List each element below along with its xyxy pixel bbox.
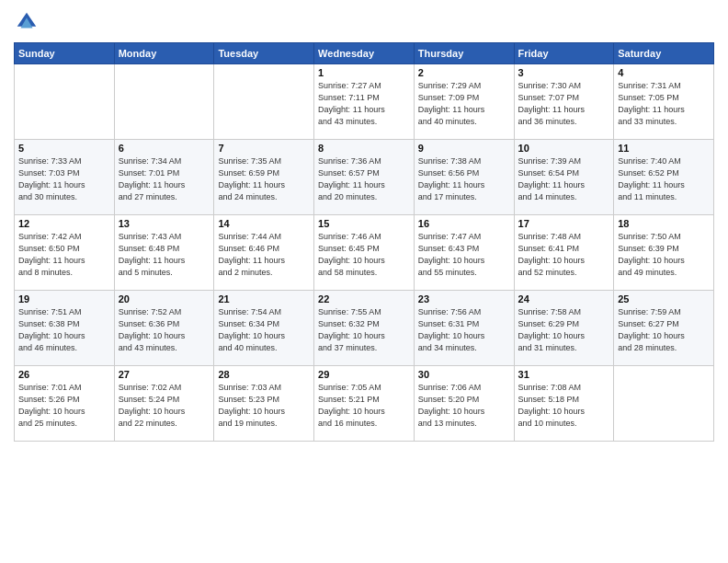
day-number: 30: [418, 369, 510, 380]
calendar-cell: 4Sunrise: 7:31 AM Sunset: 7:05 PM Daylig…: [614, 64, 714, 140]
calendar-cell: 13Sunrise: 7:43 AM Sunset: 6:48 PM Dayli…: [114, 215, 214, 291]
day-info: Sunrise: 7:01 AM Sunset: 5:26 PM Dayligh…: [18, 382, 110, 430]
day-number: 18: [618, 218, 710, 229]
calendar-cell: 8Sunrise: 7:36 AM Sunset: 6:57 PM Daylig…: [314, 140, 415, 215]
calendar-cell: 31Sunrise: 7:08 AM Sunset: 5:18 PM Dayli…: [514, 366, 614, 442]
calendar-cell: 12Sunrise: 7:42 AM Sunset: 6:50 PM Dayli…: [15, 215, 115, 291]
day-info: Sunrise: 7:31 AM Sunset: 7:05 PM Dayligh…: [618, 80, 710, 128]
weekday-header-sunday: Sunday: [15, 43, 115, 64]
calendar-cell: 26Sunrise: 7:01 AM Sunset: 5:26 PM Dayli…: [15, 366, 115, 442]
calendar-cell: 10Sunrise: 7:39 AM Sunset: 6:54 PM Dayli…: [514, 140, 614, 215]
weekday-header-saturday: Saturday: [614, 43, 714, 64]
day-info: Sunrise: 7:46 AM Sunset: 6:45 PM Dayligh…: [318, 231, 410, 279]
day-info: Sunrise: 7:38 AM Sunset: 6:56 PM Dayligh…: [418, 155, 510, 203]
day-number: 28: [218, 369, 310, 380]
calendar-cell: 25Sunrise: 7:59 AM Sunset: 6:27 PM Dayli…: [614, 291, 714, 366]
page-container: SundayMondayTuesdayWednesdayThursdayFrid…: [0, 0, 728, 446]
day-number: 21: [218, 293, 310, 304]
day-number: 4: [618, 67, 710, 78]
calendar-cell: 18Sunrise: 7:50 AM Sunset: 6:39 PM Dayli…: [614, 215, 714, 291]
calendar-cell: 30Sunrise: 7:06 AM Sunset: 5:20 PM Dayli…: [414, 366, 514, 442]
day-number: 11: [618, 143, 710, 154]
calendar-cell: [15, 64, 115, 140]
day-info: Sunrise: 7:39 AM Sunset: 6:54 PM Dayligh…: [518, 155, 610, 203]
day-info: Sunrise: 7:02 AM Sunset: 5:24 PM Dayligh…: [119, 382, 210, 430]
week-row-4: 19Sunrise: 7:51 AM Sunset: 6:38 PM Dayli…: [15, 291, 714, 366]
weekday-header-row: SundayMondayTuesdayWednesdayThursdayFrid…: [15, 43, 714, 64]
day-info: Sunrise: 7:29 AM Sunset: 7:09 PM Dayligh…: [418, 80, 510, 128]
day-info: Sunrise: 7:59 AM Sunset: 6:27 PM Dayligh…: [618, 306, 710, 354]
calendar-cell: [614, 366, 714, 442]
calendar-cell: 24Sunrise: 7:58 AM Sunset: 6:29 PM Dayli…: [514, 291, 614, 366]
day-number: 27: [119, 369, 210, 380]
calendar-cell: 22Sunrise: 7:55 AM Sunset: 6:32 PM Dayli…: [314, 291, 415, 366]
day-number: 8: [318, 143, 410, 154]
calendar-cell: 6Sunrise: 7:34 AM Sunset: 7:01 PM Daylig…: [114, 140, 214, 215]
day-info: Sunrise: 7:54 AM Sunset: 6:34 PM Dayligh…: [218, 306, 310, 354]
day-number: 22: [318, 293, 410, 304]
calendar-cell: 23Sunrise: 7:56 AM Sunset: 6:31 PM Dayli…: [414, 291, 514, 366]
day-number: 31: [518, 369, 610, 380]
day-number: 2: [418, 67, 510, 78]
day-info: Sunrise: 7:43 AM Sunset: 6:48 PM Dayligh…: [119, 231, 210, 279]
calendar-cell: 16Sunrise: 7:47 AM Sunset: 6:43 PM Dayli…: [414, 215, 514, 291]
calendar-cell: 28Sunrise: 7:03 AM Sunset: 5:23 PM Dayli…: [214, 366, 314, 442]
day-number: 13: [119, 218, 210, 229]
day-number: 12: [18, 218, 110, 229]
calendar-cell: [214, 64, 314, 140]
day-number: 23: [418, 293, 510, 304]
logo-icon: [14, 9, 40, 35]
day-number: 26: [18, 369, 110, 380]
week-row-3: 12Sunrise: 7:42 AM Sunset: 6:50 PM Dayli…: [15, 215, 714, 291]
day-info: Sunrise: 7:08 AM Sunset: 5:18 PM Dayligh…: [518, 382, 610, 430]
day-info: Sunrise: 7:03 AM Sunset: 5:23 PM Dayligh…: [218, 382, 310, 430]
weekday-header-thursday: Thursday: [414, 43, 514, 64]
day-number: 14: [218, 218, 310, 229]
day-number: 25: [618, 293, 710, 304]
day-info: Sunrise: 7:36 AM Sunset: 6:57 PM Dayligh…: [318, 155, 410, 203]
day-number: 16: [418, 218, 510, 229]
day-number: 19: [18, 293, 110, 304]
calendar-cell: 20Sunrise: 7:52 AM Sunset: 6:36 PM Dayli…: [114, 291, 214, 366]
calendar-cell: 17Sunrise: 7:48 AM Sunset: 6:41 PM Dayli…: [514, 215, 614, 291]
day-info: Sunrise: 7:50 AM Sunset: 6:39 PM Dayligh…: [618, 231, 710, 279]
day-number: 15: [318, 218, 410, 229]
week-row-1: 1Sunrise: 7:27 AM Sunset: 7:11 PM Daylig…: [15, 64, 714, 140]
day-info: Sunrise: 7:47 AM Sunset: 6:43 PM Dayligh…: [418, 231, 510, 279]
day-info: Sunrise: 7:06 AM Sunset: 5:20 PM Dayligh…: [418, 382, 510, 430]
day-info: Sunrise: 7:42 AM Sunset: 6:50 PM Dayligh…: [18, 231, 110, 279]
weekday-header-friday: Friday: [514, 43, 614, 64]
day-info: Sunrise: 7:51 AM Sunset: 6:38 PM Dayligh…: [18, 306, 110, 354]
calendar-cell: 19Sunrise: 7:51 AM Sunset: 6:38 PM Dayli…: [15, 291, 115, 366]
day-info: Sunrise: 7:44 AM Sunset: 6:46 PM Dayligh…: [218, 231, 310, 279]
weekday-header-monday: Monday: [114, 43, 214, 64]
day-number: 9: [418, 143, 510, 154]
day-number: 1: [318, 67, 410, 78]
day-info: Sunrise: 7:05 AM Sunset: 5:21 PM Dayligh…: [318, 382, 410, 430]
calendar-cell: 1Sunrise: 7:27 AM Sunset: 7:11 PM Daylig…: [314, 64, 415, 140]
day-info: Sunrise: 7:35 AM Sunset: 6:59 PM Dayligh…: [218, 155, 310, 203]
day-number: 24: [518, 293, 610, 304]
day-number: 29: [318, 369, 410, 380]
calendar-cell: 7Sunrise: 7:35 AM Sunset: 6:59 PM Daylig…: [214, 140, 314, 215]
header: [14, 9, 714, 35]
calendar-cell: 27Sunrise: 7:02 AM Sunset: 5:24 PM Dayli…: [114, 366, 214, 442]
day-info: Sunrise: 7:30 AM Sunset: 7:07 PM Dayligh…: [518, 80, 610, 128]
calendar-cell: 29Sunrise: 7:05 AM Sunset: 5:21 PM Dayli…: [314, 366, 415, 442]
day-info: Sunrise: 7:34 AM Sunset: 7:01 PM Dayligh…: [119, 155, 210, 203]
day-info: Sunrise: 7:33 AM Sunset: 7:03 PM Dayligh…: [18, 155, 110, 203]
day-number: 5: [18, 143, 110, 154]
day-info: Sunrise: 7:52 AM Sunset: 6:36 PM Dayligh…: [119, 306, 210, 354]
calendar-table: SundayMondayTuesdayWednesdayThursdayFrid…: [14, 42, 714, 442]
week-row-2: 5Sunrise: 7:33 AM Sunset: 7:03 PM Daylig…: [15, 140, 714, 215]
logo: [14, 9, 43, 35]
calendar-cell: 9Sunrise: 7:38 AM Sunset: 6:56 PM Daylig…: [414, 140, 514, 215]
weekday-header-wednesday: Wednesday: [314, 43, 415, 64]
day-number: 20: [119, 293, 210, 304]
calendar-cell: 3Sunrise: 7:30 AM Sunset: 7:07 PM Daylig…: [514, 64, 614, 140]
day-number: 10: [518, 143, 610, 154]
day-info: Sunrise: 7:56 AM Sunset: 6:31 PM Dayligh…: [418, 306, 510, 354]
day-number: 6: [119, 143, 210, 154]
day-number: 7: [218, 143, 310, 154]
day-info: Sunrise: 7:48 AM Sunset: 6:41 PM Dayligh…: [518, 231, 610, 279]
